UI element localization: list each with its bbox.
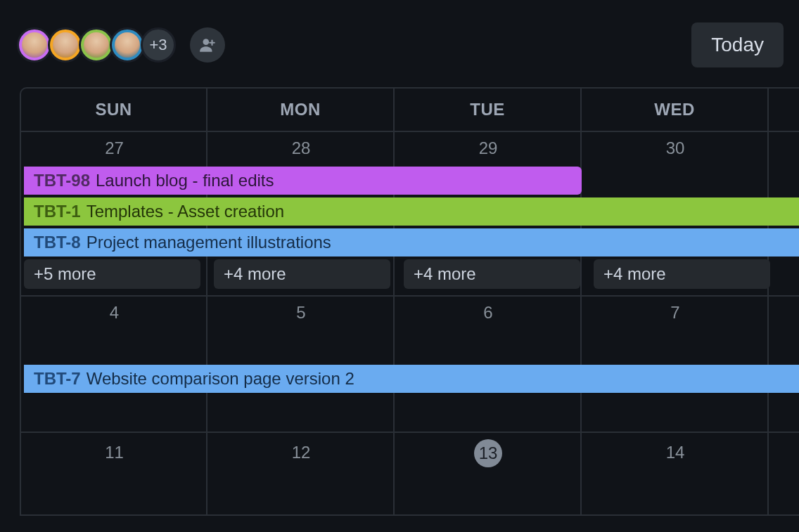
date-cell[interactable]: 11: [21, 433, 207, 472]
today-button[interactable]: Today: [691, 22, 784, 67]
avatar[interactable]: [79, 27, 114, 63]
week-row: 4 5 6 7 TBT-7 Website comparison page ve…: [21, 297, 799, 433]
avatar-stack: +3: [17, 27, 176, 63]
date-cell-today[interactable]: 13: [395, 433, 582, 472]
date-cell[interactable]: 4: [21, 297, 207, 329]
event-tbt-8[interactable]: TBT-8 Project management illustrations: [24, 228, 799, 257]
event-title: Project management illustrations: [87, 233, 331, 252]
more-link[interactable]: +4 more: [594, 259, 770, 289]
event-tbt-98[interactable]: TBT-98 Launch blog - final edits: [24, 167, 582, 195]
date-cell[interactable]: 5: [207, 297, 395, 329]
day-header-row: SUN MON TUE WED: [21, 89, 799, 132]
event-title: Website comparison page version 2: [87, 369, 354, 389]
add-user-icon: [198, 36, 217, 54]
event-key: TBT-8: [34, 233, 81, 252]
event-key: TBT-7: [34, 369, 81, 389]
date-cell[interactable]: 6: [395, 297, 582, 329]
svg-point-0: [203, 39, 210, 45]
date-cell[interactable]: 30: [582, 132, 769, 164]
date-cell[interactable]: 12: [207, 433, 395, 472]
day-header-next: [769, 89, 799, 132]
avatar[interactable]: [110, 27, 145, 63]
avatar-overflow[interactable]: +3: [141, 27, 176, 63]
event-title: Launch blog - final edits: [96, 171, 274, 190]
left-group: +3: [17, 27, 225, 63]
event-tbt-1[interactable]: TBT-1 Templates - Asset creation: [24, 197, 799, 226]
date-cell[interactable]: 29: [395, 132, 582, 164]
top-bar: +3 Today: [0, 0, 799, 80]
add-user-button[interactable]: [190, 27, 225, 63]
week-row: 27 28 29 30 TBT-98 Launch blog - final e…: [21, 132, 799, 297]
day-header-tue: TUE: [395, 89, 582, 132]
date-cell[interactable]: 7: [582, 297, 769, 329]
avatar[interactable]: [17, 27, 52, 63]
avatar[interactable]: [48, 27, 83, 63]
more-link[interactable]: +4 more: [214, 259, 390, 289]
svg-rect-2: [209, 42, 215, 44]
day-header-wed: WED: [582, 89, 769, 132]
date-cell[interactable]: 14: [582, 433, 769, 472]
event-tbt-7[interactable]: TBT-7 Website comparison page version 2: [24, 365, 799, 393]
more-link[interactable]: +4 more: [404, 259, 580, 289]
week-row: 11 12 13 14: [21, 433, 799, 516]
more-link[interactable]: +5 more: [24, 259, 200, 289]
event-title: Templates - Asset creation: [87, 202, 284, 221]
date-cell[interactable]: 27: [21, 132, 207, 164]
day-header-sun: SUN: [21, 89, 207, 132]
date-cell[interactable]: 28: [207, 132, 395, 164]
calendar: SUN MON TUE WED 27 28 29 30 TBT-98 Launc…: [20, 87, 799, 516]
event-key: TBT-1: [34, 202, 81, 221]
event-key: TBT-98: [34, 171, 90, 190]
day-header-mon: MON: [207, 89, 395, 132]
